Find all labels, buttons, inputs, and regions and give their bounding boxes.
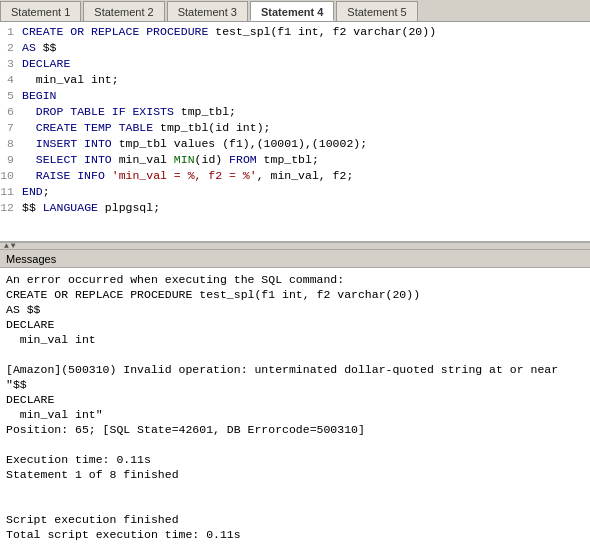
tab-statement2[interactable]: Statement 2	[83, 1, 164, 21]
tab-statement1[interactable]: Statement 1	[0, 1, 81, 21]
code-line-1: 1 CREATE OR REPLACE PROCEDURE test_spl(f…	[0, 24, 590, 40]
resize-handle[interactable]: ▲ ▼	[0, 242, 590, 250]
code-line-12: 12 $$ LANGUAGE plpgsql;	[0, 200, 590, 216]
code-line-6: 6 DROP TABLE IF EXISTS tmp_tbl;	[0, 104, 590, 120]
tab-statement5[interactable]: Statement 5	[336, 1, 417, 21]
tab-statement4[interactable]: Statement 4	[250, 1, 334, 21]
code-line-9: 9 SELECT INTO min_val MIN(id) FROM tmp_t…	[0, 152, 590, 168]
messages-content: An error occurred when executing the SQL…	[0, 268, 590, 559]
code-line-11: 11 END;	[0, 184, 590, 200]
code-line-10: 10 RAISE INFO 'min_val = %, f2 = %', min…	[0, 168, 590, 184]
code-line-4: 4 min_val int;	[0, 72, 590, 88]
tabs-bar: Statement 1 Statement 2 Statement 3 Stat…	[0, 0, 590, 22]
arrow-up-icon: ▲	[4, 242, 9, 250]
code-line-5: 5 BEGIN	[0, 88, 590, 104]
code-line-2: 2 AS $$	[0, 40, 590, 56]
code-editor[interactable]: 1 CREATE OR REPLACE PROCEDURE test_spl(f…	[0, 22, 590, 242]
messages-label: Messages	[0, 250, 590, 268]
code-line-7: 7 CREATE TEMP TABLE tmp_tbl(id int);	[0, 120, 590, 136]
tab-statement3[interactable]: Statement 3	[167, 1, 248, 21]
code-line-3: 3 DECLARE	[0, 56, 590, 72]
code-line-8: 8 INSERT INTO tmp_tbl values (f1),(10001…	[0, 136, 590, 152]
arrow-down-icon: ▼	[11, 242, 16, 250]
